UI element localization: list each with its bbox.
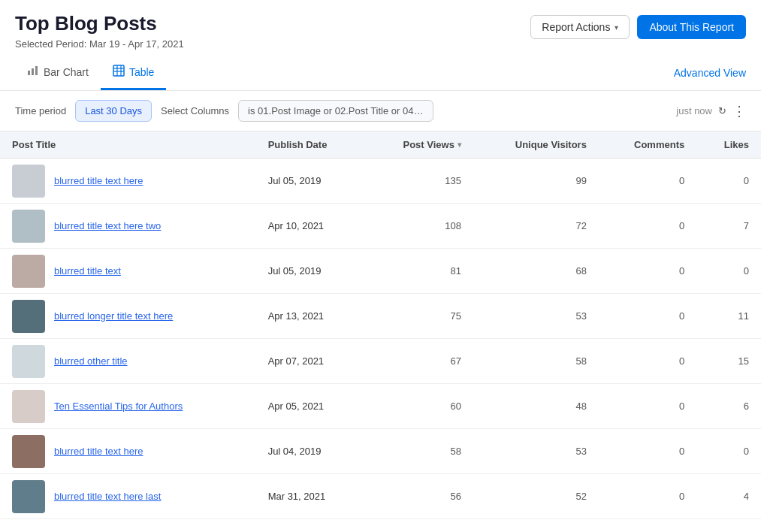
comments-cell: 0: [599, 429, 696, 474]
time-period-button[interactable]: Last 30 Days: [75, 100, 152, 122]
post-cell: blurred title text here: [12, 435, 244, 468]
col-header-publish-date: Publish Date: [256, 131, 366, 159]
svg-rect-3: [113, 65, 124, 76]
post-thumbnail: [12, 300, 45, 333]
post-title-text[interactable]: blurred title text here last: [54, 491, 161, 502]
time-period-label: Time period: [15, 105, 66, 116]
post-title-text[interactable]: blurred title text here: [54, 175, 143, 186]
tab-bar-chart[interactable]: Bar Chart: [15, 56, 101, 90]
post-thumbnail: [12, 165, 45, 198]
post-title-text[interactable]: blurred title text here: [54, 446, 143, 457]
post-title-cell: blurred title text here: [0, 159, 256, 204]
comments-cell: 0: [599, 204, 696, 249]
unique-visitors-cell: 53: [473, 429, 599, 474]
tab-table[interactable]: Table: [101, 56, 166, 90]
table-row: blurred other title Apr 07, 20216758015: [0, 339, 761, 384]
col-header-comments: Comments: [599, 131, 696, 159]
publish-date-cell: Jul 04, 2019: [256, 429, 366, 474]
more-options-icon[interactable]: ⋮: [732, 103, 746, 119]
post-views-cell: 135: [365, 159, 473, 204]
post-thumbnail: [12, 210, 45, 243]
post-views-cell: 58: [365, 429, 473, 474]
columns-label: Select Columns: [161, 105, 229, 116]
col-header-post-views[interactable]: Post Views ▾: [365, 131, 473, 159]
post-title-text[interactable]: blurred other title: [54, 355, 128, 367]
publish-date-cell: Apr 10, 2021: [256, 204, 366, 249]
post-views-cell: 56: [365, 474, 473, 519]
advanced-view-link[interactable]: Advanced View: [674, 67, 746, 79]
col-header-post-title: Post Title: [0, 131, 256, 159]
table-row: Ten Essential Tips for Authors Apr 05, 2…: [0, 384, 761, 429]
publish-date-cell: Apr 13, 2021: [256, 294, 366, 339]
post-views-cell: 60: [365, 384, 473, 429]
chevron-down-icon: ▾: [615, 23, 618, 32]
header-left: Top Blog Posts Selected Period: Mar 19 -…: [15, 12, 184, 50]
publish-date-cell: Mar 31, 2021: [256, 474, 366, 519]
table-row: blurred longer title text here Apr 13, 2…: [0, 294, 761, 339]
svg-rect-2: [35, 66, 38, 75]
tabs: Bar Chart Table: [15, 56, 166, 90]
publish-date-cell: Jul 05, 2019: [256, 249, 366, 294]
post-views-cell: 67: [365, 339, 473, 384]
post-cell: blurred title text here two: [12, 210, 244, 243]
tab-bar-chart-label: Bar Chart: [44, 66, 89, 78]
svg-rect-1: [32, 68, 34, 75]
col-header-likes: Likes: [696, 131, 761, 159]
comments-cell: 0: [599, 294, 696, 339]
filters-bar: Time period Last 30 Days Select Columns …: [0, 91, 761, 131]
unique-visitors-cell: 58: [473, 339, 599, 384]
post-cell: blurred title text: [12, 255, 244, 288]
select-columns-button[interactable]: is 01.Post Image or 02.Post Title or 04.…: [238, 100, 433, 122]
unique-visitors-cell: 72: [473, 204, 599, 249]
about-report-button[interactable]: About This Report: [637, 15, 746, 39]
post-title-cell: blurred title text here last: [0, 474, 256, 519]
refresh-icon[interactable]: ↻: [718, 105, 726, 116]
data-table: Post Title Publish Date Post Views ▾ Uni…: [0, 131, 761, 519]
post-title-text[interactable]: Ten Essential Tips for Authors: [54, 401, 183, 412]
likes-cell: 7: [696, 204, 761, 249]
refresh-timestamp: just now: [676, 105, 712, 116]
likes-cell: 0: [696, 159, 761, 204]
table-icon: [113, 65, 125, 79]
likes-cell: 0: [696, 249, 761, 294]
post-views-cell: 81: [365, 249, 473, 294]
likes-cell: 11: [696, 294, 761, 339]
post-cell: blurred title text here last: [12, 480, 244, 513]
post-title-cell: blurred longer title text here: [0, 294, 256, 339]
svg-rect-0: [28, 71, 30, 75]
page-container: Top Blog Posts Selected Period: Mar 19 -…: [0, 0, 761, 532]
post-title-text[interactable]: blurred title text: [54, 265, 121, 277]
table-row: blurred title text here two Apr 10, 2021…: [0, 204, 761, 249]
post-thumbnail: [12, 435, 45, 468]
unique-visitors-cell: 52: [473, 474, 599, 519]
post-thumbnail: [12, 390, 45, 423]
comments-cell: 0: [599, 249, 696, 294]
comments-cell: 0: [599, 159, 696, 204]
header: Top Blog Posts Selected Period: Mar 19 -…: [0, 0, 761, 56]
post-cell: blurred longer title text here: [12, 300, 244, 333]
post-title-text[interactable]: blurred longer title text here: [54, 310, 173, 322]
publish-date-cell: Apr 07, 2021: [256, 339, 366, 384]
comments-cell: 0: [599, 384, 696, 429]
post-thumbnail: [12, 255, 45, 288]
page-title: Top Blog Posts: [15, 12, 184, 35]
unique-visitors-cell: 53: [473, 294, 599, 339]
post-title-cell: blurred title text here two: [0, 204, 256, 249]
selected-period: Selected Period: Mar 19 - Apr 17, 2021: [15, 38, 184, 50]
tab-table-label: Table: [129, 66, 154, 78]
likes-cell: 0: [696, 429, 761, 474]
post-title-text[interactable]: blurred title text here two: [54, 220, 161, 231]
table-container: Post Title Publish Date Post Views ▾ Uni…: [0, 131, 761, 519]
publish-date-cell: Jul 05, 2019: [256, 159, 366, 204]
post-cell: Ten Essential Tips for Authors: [12, 390, 244, 423]
post-views-cell: 108: [365, 204, 473, 249]
header-right: Report Actions ▾ About This Report: [530, 15, 746, 39]
table-row: blurred title text here last Mar 31, 202…: [0, 474, 761, 519]
unique-visitors-cell: 99: [473, 159, 599, 204]
table-row: blurred title text here Jul 05, 20191359…: [0, 159, 761, 204]
likes-cell: 6: [696, 384, 761, 429]
report-actions-button[interactable]: Report Actions ▾: [530, 15, 630, 39]
publish-date-cell: Apr 05, 2021: [256, 384, 366, 429]
col-header-unique-visitors: Unique Visitors: [473, 131, 599, 159]
sort-icon: ▾: [458, 141, 461, 149]
